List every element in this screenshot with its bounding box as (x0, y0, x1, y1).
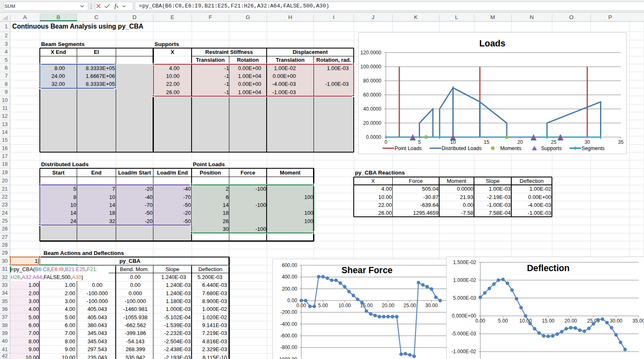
svg-text:Supports: Supports (541, 146, 562, 151)
svg-text:5: 5 (418, 139, 421, 145)
svg-text:Moments: Moments (500, 146, 521, 151)
svg-text:30: 30 (584, 139, 590, 145)
svg-text:15.00: 15.00 (542, 318, 554, 324)
svg-text:-5.000E-03: -5.000E-03 (451, 331, 476, 337)
svg-text:0.0000: 0.0000 (366, 134, 382, 140)
svg-text:120.0000: 120.0000 (360, 49, 382, 55)
svg-text:Distributed Loads: Distributed Loads (442, 146, 482, 151)
svg-text:-1.000E-02: -1.000E-02 (451, 349, 476, 354)
svg-text:5.00: 5.00 (498, 318, 508, 324)
svg-text:600.00: 600.00 (282, 262, 297, 268)
svg-text:80.0000: 80.0000 (363, 78, 382, 83)
svg-text:0.00: 0.00 (475, 318, 485, 324)
svg-text:1.000E-02: 1.000E-02 (453, 277, 476, 283)
svg-text:30.00: 30.00 (610, 318, 622, 324)
svg-text:0.00: 0.00 (296, 303, 306, 308)
svg-text:15: 15 (484, 139, 490, 145)
svg-text:1.500E-02: 1.500E-02 (453, 260, 476, 265)
svg-text:Loads: Loads (479, 38, 505, 48)
svg-text:Shear Force: Shear Force (341, 265, 392, 275)
svg-text:-400.00: -400.00 (280, 321, 297, 327)
svg-text:35: 35 (618, 139, 624, 145)
svg-text:5.000E-03: 5.000E-03 (453, 295, 476, 301)
svg-text:40.0000: 40.0000 (363, 106, 382, 112)
svg-text:20: 20 (518, 139, 523, 145)
svg-text:25.00: 25.00 (403, 303, 416, 308)
svg-text:60.0000: 60.0000 (363, 92, 382, 97)
svg-text:0.00: 0.00 (287, 298, 297, 303)
svg-text:400.00: 400.00 (282, 274, 297, 280)
svg-text:Deflection: Deflection (527, 263, 569, 273)
svg-text:0: 0 (384, 139, 387, 145)
svg-text:25: 25 (551, 139, 557, 145)
svg-text:Segments: Segments (581, 146, 605, 151)
svg-text:30.00: 30.00 (425, 303, 438, 308)
svg-text:-800.00: -800.00 (280, 344, 297, 350)
svg-text:200.00: 200.00 (282, 286, 297, 292)
svg-text:-1000.00: -1000.00 (277, 357, 297, 359)
svg-text:Point Loads: Point Loads (394, 146, 422, 151)
svg-text:100.0000: 100.0000 (360, 63, 382, 69)
svg-text:20.0000: 20.0000 (363, 120, 382, 126)
svg-text:35.00: 35.00 (632, 318, 644, 324)
svg-text:0.000E+00: 0.000E+00 (452, 313, 476, 319)
svg-text:20.00: 20.00 (564, 318, 577, 324)
svg-text:-600.00: -600.00 (280, 333, 297, 339)
svg-text:5.00: 5.00 (318, 303, 328, 308)
svg-text:10.00: 10.00 (338, 303, 351, 308)
svg-text:-200.00: -200.00 (280, 309, 297, 315)
svg-text:20.00: 20.00 (382, 303, 394, 308)
